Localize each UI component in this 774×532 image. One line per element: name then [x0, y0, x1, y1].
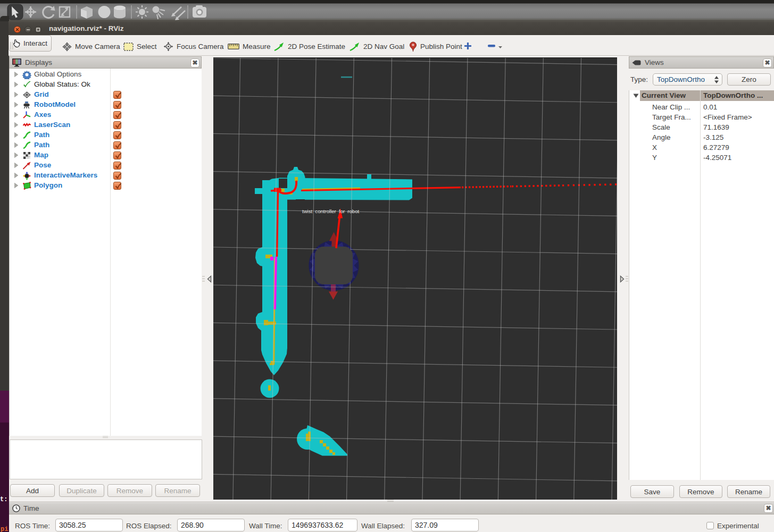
svg-text:twist controller for robot: twist controller for robot: [302, 208, 360, 214]
